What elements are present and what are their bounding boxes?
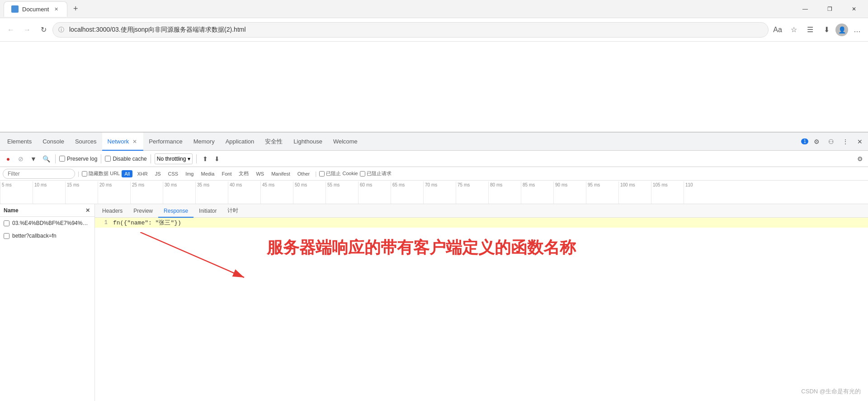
tab-elements[interactable]: Elements <box>2 133 37 151</box>
throttle-dropdown-icon: ▾ <box>188 156 190 162</box>
code-line-1: 1 fn({"name": "张三"}) <box>95 218 868 228</box>
filter-chip-css[interactable]: CSS <box>165 170 181 177</box>
blocked-request-checkbox[interactable]: 已阻止请求 <box>360 170 392 177</box>
timeline-tick: 100 ms <box>618 181 651 204</box>
hide-data-url-checkbox[interactable]: 隐藏数据 URL <box>82 170 120 177</box>
tab-sources[interactable]: Sources <box>70 133 102 151</box>
timeline-tick: 95 ms <box>586 181 618 204</box>
file-item-1[interactable]: 03.%E4%BD%BF%E7%94%A8j... <box>0 217 94 229</box>
collections-btn[interactable]: ☰ <box>803 23 817 37</box>
timeline-tick: 35 ms <box>195 181 228 204</box>
devtools-close-btn[interactable]: ✕ <box>854 135 866 148</box>
file-name-1: 03.%E4%BD%BF%E7%94%A8j... <box>12 220 91 226</box>
block-btn[interactable]: ⊘ <box>15 153 26 164</box>
search-btn[interactable]: 🔍 <box>41 153 52 164</box>
new-tab-btn[interactable]: + <box>69 3 82 15</box>
forward-btn[interactable]: → <box>20 23 34 37</box>
browser-tab[interactable]: Document ✕ <box>4 1 67 17</box>
preserve-log-checkbox[interactable] <box>59 156 65 162</box>
timeline-ticks: 5 ms10 ms15 ms20 ms25 ms30 ms35 ms40 ms4… <box>0 181 868 204</box>
favorites-icon[interactable]: ☆ <box>787 23 801 37</box>
preserve-log-label[interactable]: Preserve log <box>59 156 97 162</box>
timeline-tick: 90 ms <box>553 181 586 204</box>
tab-close-btn[interactable]: ✕ <box>52 5 60 13</box>
file-name-2: better?callback=fn <box>12 233 57 239</box>
throttle-select[interactable]: No throttling ▾ <box>155 153 193 164</box>
settings-more-btn[interactable]: … <box>850 23 864 37</box>
sub-tab-preview[interactable]: Preview <box>128 204 158 218</box>
export-btn[interactable]: ⬇ <box>212 154 222 164</box>
record-btn[interactable]: ● <box>3 153 14 164</box>
sub-tab-response[interactable]: Response <box>158 204 193 218</box>
tab-security[interactable]: 安全性 <box>259 133 288 151</box>
file-checkbox-1[interactable] <box>4 220 9 226</box>
tab-application[interactable]: Application <box>220 133 260 151</box>
minimize-btn[interactable]: — <box>795 2 816 16</box>
devtools-panel: Elements Console Sources Network ✕ Perfo… <box>0 132 868 401</box>
filter-chip-all[interactable]: All <box>122 170 132 177</box>
tab-favicon <box>11 5 19 13</box>
timeline-tick: 25 ms <box>130 181 163 204</box>
network-toolbar: ● ⊘ ▼ 🔍 Preserve log Disable cache No th… <box>0 151 868 167</box>
annotation-text: 服务器端响应的带有客户端定义的函数名称 <box>267 237 576 259</box>
back-btn[interactable]: ← <box>4 23 18 37</box>
filter-chip-other[interactable]: Other <box>295 170 313 177</box>
annotation-container: 服务器端响应的带有客户端定义的函数名称 <box>95 228 868 318</box>
tab-network[interactable]: Network ✕ <box>102 133 144 151</box>
tab-lighthouse[interactable]: Lighthouse <box>288 133 328 151</box>
filter-chip-media[interactable]: Media <box>198 170 217 177</box>
toolbar-sep-3 <box>151 154 151 163</box>
filter-chip-font[interactable]: Font <box>219 170 234 177</box>
disable-cache-checkbox[interactable] <box>105 156 111 162</box>
blocked-cookie-checkbox[interactable]: 已阻止 Cookie <box>319 170 358 177</box>
console-badge: 1 <box>801 138 808 144</box>
timeline-tick: 85 ms <box>521 181 553 204</box>
import-btn[interactable]: ⬆ <box>200 154 210 164</box>
tab-console[interactable]: Console <box>37 133 70 151</box>
close-btn[interactable]: ✕ <box>844 2 864 16</box>
filter-chip-doc[interactable]: 文档 <box>236 169 251 178</box>
filter-chip-manifest[interactable]: Manifest <box>269 170 293 177</box>
devtools-tabbar: Elements Console Sources Network ✕ Perfo… <box>0 133 868 151</box>
filter-toggle-btn[interactable]: ▼ <box>28 153 39 164</box>
network-settings-btn[interactable]: ⚙ <box>854 153 865 164</box>
timeline-tick: 50 ms <box>293 181 326 204</box>
file-item-2[interactable]: better?callback=fn <box>0 229 94 242</box>
filter-chip-xhr[interactable]: XHR <box>134 170 150 177</box>
tab-bar: Document ✕ + <box>4 1 82 17</box>
timeline-tick: 110 <box>684 181 716 204</box>
timeline-tick: 5 ms <box>0 181 33 204</box>
panel-close-btn[interactable]: ✕ <box>85 207 91 214</box>
filter-input[interactable] <box>3 169 75 179</box>
disable-cache-label[interactable]: Disable cache <box>105 156 146 162</box>
sub-tab-initiator[interactable]: Initiator <box>193 204 222 218</box>
file-checkbox-2[interactable] <box>4 233 9 239</box>
tab-memory[interactable]: Memory <box>188 133 220 151</box>
line-number-1: 1 <box>95 220 113 226</box>
timeline-tick: 60 ms <box>358 181 391 204</box>
filter-chip-ws[interactable]: WS <box>253 170 267 177</box>
devtools-more-btn[interactable]: ⋮ <box>839 135 852 148</box>
profile-btn[interactable]: 👤 <box>835 24 848 36</box>
timeline-tick: 10 ms <box>33 181 65 204</box>
tab-performance[interactable]: Performance <box>143 133 188 151</box>
downloads-btn[interactable]: ⬇ <box>819 23 834 37</box>
address-bar[interactable]: ⓘ localhost:3000/03.使用jsonp向非同源服务器端请求数据(… <box>52 22 769 38</box>
window-controls: — ❐ ✕ <box>795 2 864 16</box>
disable-cache-text: Disable cache <box>113 156 146 162</box>
network-tab-close[interactable]: ✕ <box>132 138 138 145</box>
sub-tab-timing[interactable]: 计时 <box>222 204 244 218</box>
tab-welcome[interactable]: Welcome <box>328 133 363 151</box>
toolbar-sep-2 <box>101 154 101 163</box>
devtools-gear-btn[interactable]: ⚙ <box>810 135 823 148</box>
read-aloud-btn[interactable]: Aa <box>770 23 785 37</box>
devtools-share-btn[interactable]: ⚇ <box>825 135 837 148</box>
right-panel: Headers Preview Response Initiator 计时 <box>95 204 868 401</box>
filter-chip-js[interactable]: JS <box>152 170 164 177</box>
maximize-btn[interactable]: ❐ <box>819 2 840 16</box>
address-security-icon: ⓘ <box>58 26 64 34</box>
sub-tab-headers[interactable]: Headers <box>97 204 128 218</box>
timeline-tick: 80 ms <box>488 181 521 204</box>
filter-chip-img[interactable]: Img <box>183 170 196 177</box>
refresh-btn[interactable]: ↻ <box>36 23 51 37</box>
